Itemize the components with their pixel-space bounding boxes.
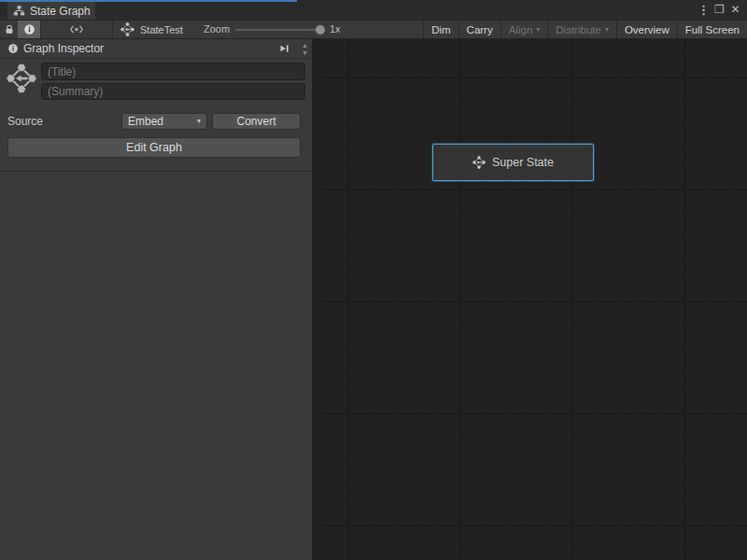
window-controls: ⋮ ❐ ✕ [696,0,743,20]
tab-title: State Graph [30,5,91,18]
source-dropdown[interactable]: Embed ▾ [121,113,207,130]
window-menu-button[interactable]: ⋮ [696,0,712,20]
lock-icon [4,23,15,35]
lock-button[interactable] [0,21,18,38]
window-maximize-button[interactable]: ❐ [712,0,727,20]
dropdown-arrow-icon: ▾ [536,26,540,34]
graph-title-input[interactable] [41,63,305,80]
window-close-button[interactable]: ✕ [727,0,743,20]
edit-graph-button[interactable]: Edit Graph [7,137,301,158]
state-machine-icon [7,63,36,93]
dock-right-icon [278,43,290,54]
zoom-slider-handle[interactable] [316,25,325,35]
toolbar-separator [112,21,113,38]
breadcrumb-state-test[interactable]: StateTest [120,21,183,38]
graph-inspector-toggle-button[interactable] [18,21,40,38]
tab-state-graph[interactable]: State Graph [7,2,95,20]
state-machine-icon [120,22,134,36]
tab-bar: State Graph ⋮ ❐ ✕ [0,0,747,20]
panel-scroll-strip: ▲ ▼ [298,39,312,58]
graph-canvas[interactable]: Super State [313,39,747,560]
graph-summary-input[interactable] [41,83,305,100]
graph-toolbar: StateTest Zoom 1x Dim Carry Align ▾ Dist… [0,20,747,39]
super-state-node[interactable]: Super State [432,144,594,181]
info-icon [7,43,19,54]
scroll-down-icon[interactable]: ▼ [302,49,308,56]
carry-button[interactable]: Carry [458,21,500,38]
align-button[interactable]: Align ▾ [500,21,548,38]
dim-button[interactable]: Dim [423,21,458,38]
dropdown-arrow-icon: ▾ [197,118,201,125]
node-label: Super State [492,156,554,169]
panel-title: Graph Inspector [23,42,104,55]
zoom-value: 1x [330,21,341,38]
graph-inspector-panel: Graph Inspector ▲ ▼ Source E [0,39,313,560]
zoom-label: Zoom [204,21,230,38]
inspector-divider [0,171,312,172]
info-icon [23,23,35,35]
distribute-button[interactable]: Distribute ▾ [547,21,616,38]
source-label: Source [7,114,43,130]
zoom-slider-track[interactable] [235,29,323,31]
variables-toggle-button[interactable] [41,21,112,38]
dropdown-arrow-icon: ▾ [605,26,609,34]
dock-panel-button[interactable] [276,41,291,56]
graph-inspector-header: Graph Inspector ▲ ▼ [0,39,312,59]
breadcrumb-label: StateTest [140,24,183,35]
convert-button[interactable]: Convert [212,113,301,130]
toolbar-actions: Dim Carry Align ▾ Distribute ▾ Overview … [423,21,747,38]
state-machine-icon [472,156,486,169]
code-x-icon [69,23,84,35]
source-dropdown-value: Embed [128,115,163,128]
scroll-up-icon[interactable]: ▲ [302,42,308,49]
hierarchy-icon [13,5,25,17]
full-screen-button[interactable]: Full Screen [677,21,747,38]
overview-button[interactable]: Overview [616,21,677,38]
